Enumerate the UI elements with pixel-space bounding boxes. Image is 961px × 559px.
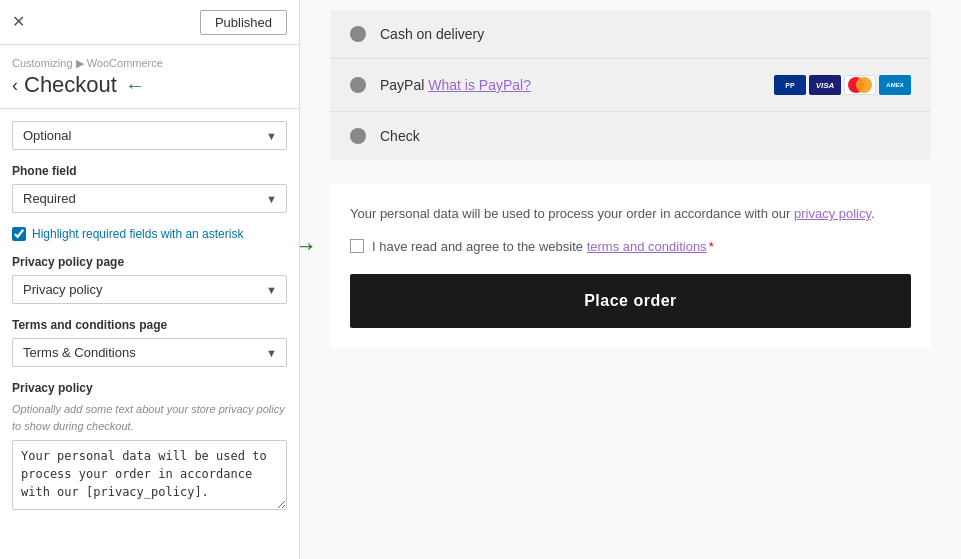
terms-page-select[interactable]: -- Select page -- Terms & Conditions bbox=[12, 338, 287, 367]
terms-row: → I have read and agree to the website t… bbox=[350, 239, 911, 254]
payment-label-paypal: PayPal What is PayPal? bbox=[380, 77, 774, 93]
top-bar: ✕ Published bbox=[0, 0, 299, 45]
privacy-policy-page-group: Privacy policy page -- Select page -- Pr… bbox=[12, 255, 287, 304]
terms-page-label: Terms and conditions page bbox=[12, 318, 287, 332]
payment-section: Cash on delivery PayPal What is PayPal? … bbox=[330, 10, 931, 160]
privacy-link[interactable]: privacy policy bbox=[794, 206, 871, 221]
radio-circle-paypal bbox=[350, 77, 366, 93]
terms-checkbox[interactable] bbox=[350, 239, 364, 253]
breadcrumb: Customizing ▶ WooCommerce bbox=[0, 45, 299, 70]
panel-content: Hidden Optional Required ▼ Phone field H… bbox=[0, 109, 299, 559]
close-button[interactable]: ✕ bbox=[12, 14, 25, 30]
left-panel: ✕ Published Customizing ▶ WooCommerce ‹ … bbox=[0, 0, 300, 559]
privacy-policy-page-label: Privacy policy page bbox=[12, 255, 287, 269]
privacy-policy-hint: Optionally add some text about your stor… bbox=[12, 401, 287, 434]
radio-circle-cash bbox=[350, 26, 366, 42]
paypal-link[interactable]: What is PayPal? bbox=[428, 77, 531, 93]
svg-point-1 bbox=[856, 77, 872, 93]
published-button[interactable]: Published bbox=[200, 10, 287, 35]
highlight-checkbox-row: Highlight required fields with an asteri… bbox=[12, 227, 287, 241]
right-panel: Cash on delivery PayPal What is PayPal? … bbox=[300, 0, 961, 559]
paypal-icons: PP VISA AMEX bbox=[774, 75, 911, 95]
payment-option-cash: Cash on delivery bbox=[330, 10, 931, 59]
privacy-policy-select-wrapper: -- Select page -- Privacy policy ▼ bbox=[12, 275, 287, 304]
green-arrow-icon: ← bbox=[125, 74, 145, 97]
place-order-button[interactable]: Place order bbox=[350, 274, 911, 328]
privacy-policy-text-group: Privacy policy Optionally add some text … bbox=[12, 381, 287, 513]
privacy-policy-text-label: Privacy policy bbox=[12, 381, 287, 395]
payment-label-cash: Cash on delivery bbox=[380, 26, 911, 42]
paypal-card-icon: PP bbox=[774, 75, 806, 95]
required-star: * bbox=[709, 239, 714, 254]
payment-label-check: Check bbox=[380, 128, 911, 144]
green-arrow-right-icon: → bbox=[300, 230, 318, 262]
visa-card-icon: VISA bbox=[809, 75, 841, 95]
payment-option-paypal: PayPal What is PayPal? PP VISA AMEX bbox=[330, 59, 931, 112]
breadcrumb-text: Customizing ▶ WooCommerce bbox=[12, 57, 163, 69]
highlight-checkbox[interactable] bbox=[12, 227, 26, 241]
privacy-policy-textarea[interactable]: Your personal data will be used to proce… bbox=[12, 440, 287, 510]
info-text: Your personal data will be used to proce… bbox=[350, 204, 911, 225]
terms-link[interactable]: terms and conditions bbox=[587, 239, 707, 254]
amex-card-icon: AMEX bbox=[879, 75, 911, 95]
back-button[interactable]: ‹ bbox=[12, 75, 18, 96]
terms-text: I have read and agree to the website ter… bbox=[372, 239, 714, 254]
page-title-row: ‹ Checkout ← bbox=[0, 70, 299, 109]
company-field-group: Hidden Optional Required ▼ bbox=[12, 121, 287, 150]
info-section: Your personal data will be used to proce… bbox=[330, 184, 931, 348]
phone-field-label: Phone field bbox=[12, 164, 287, 178]
highlight-checkbox-label: Highlight required fields with an asteri… bbox=[32, 227, 243, 241]
company-field-select[interactable]: Hidden Optional Required bbox=[12, 121, 287, 150]
radio-circle-check bbox=[350, 128, 366, 144]
company-field-select-wrapper: Hidden Optional Required ▼ bbox=[12, 121, 287, 150]
page-title: Checkout bbox=[24, 72, 117, 98]
privacy-policy-select[interactable]: -- Select page -- Privacy policy bbox=[12, 275, 287, 304]
phone-field-select[interactable]: Hidden Optional Required bbox=[12, 184, 287, 213]
payment-option-check: Check bbox=[330, 112, 931, 160]
terms-page-select-wrapper: -- Select page -- Terms & Conditions ▼ bbox=[12, 338, 287, 367]
mastercard-svg bbox=[846, 76, 874, 94]
phone-field-group: Phone field Hidden Optional Required ▼ bbox=[12, 164, 287, 213]
mastercard-icon bbox=[844, 75, 876, 95]
phone-field-select-wrapper: Hidden Optional Required ▼ bbox=[12, 184, 287, 213]
terms-page-group: Terms and conditions page -- Select page… bbox=[12, 318, 287, 367]
